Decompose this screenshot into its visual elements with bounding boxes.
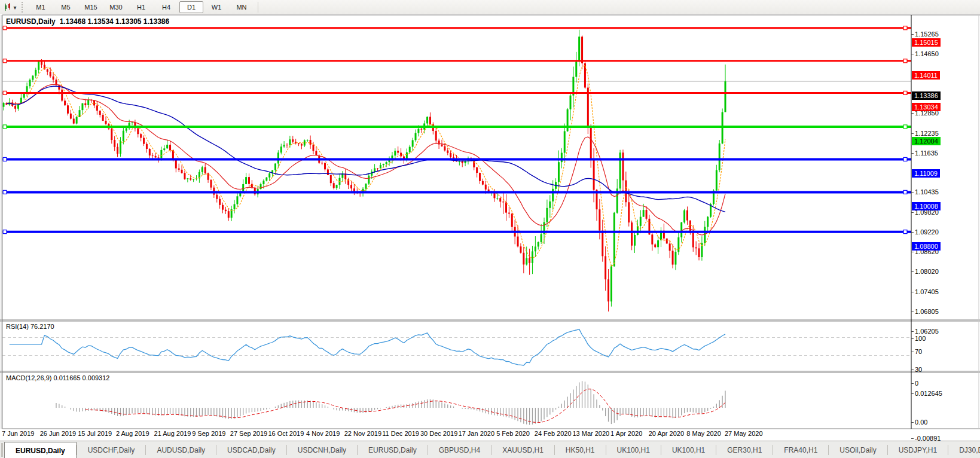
chart-tab-eurusd-daily[interactable]: EURUSD,Daily [358,441,428,458]
price-tick-mark [911,312,914,312]
chart-tab-gbpusd-h4[interactable]: GBPUSD,H4 [428,441,491,458]
timeframe-button-group: M1M5M15M30H1H4D1W1MN [28,1,254,13]
macd-tick-mark [911,422,914,423]
timeframe-button-w1[interactable]: W1 [204,1,228,13]
date-label: 1 Apr 2020 [610,430,642,437]
price-tick-mark [911,192,914,193]
price-tick-label: 1.12235 [915,130,939,138]
rsi-tick-mark [911,338,914,339]
chart-window-icon[interactable]: ▾ [1,1,19,13]
price-tick-mark [911,232,914,233]
chart-tab-audusd-daily[interactable]: AUDUSD,Daily [146,441,216,458]
line-handle[interactable] [3,125,7,129]
macd-tick-label: 0.00 [915,419,927,426]
chart-tab-usdcnh-daily[interactable]: USDCNH,Daily [287,441,357,458]
chart-tab-usoil-daily[interactable]: USOil,Daily [829,441,887,458]
price-tick-mark [911,113,914,114]
line-handle[interactable] [3,230,7,234]
date-label: 11 Dec 2019 [382,430,419,437]
rsi-tick-label: 100 [915,335,926,343]
date-label: 27 May 2020 [725,430,763,437]
price-tick-label: 1.09220 [915,228,939,236]
price-tick-mark [911,212,914,213]
price-tick-mark [911,133,914,134]
chart-tab-dj30-daily[interactable]: DJ30,Daily [948,441,980,458]
tab-list: EURUSD,DailyUSDCHF,DailyAUDUSD,DailyUSDC… [4,441,980,458]
line-handle[interactable] [903,230,907,234]
line-handle[interactable] [903,91,907,94]
chart-tab-eurusd-daily[interactable]: EURUSD,Daily [4,442,77,458]
date-label: 2 Aug 2019 [116,430,149,437]
line-handle[interactable] [3,157,7,161]
price-tick-mark [911,153,914,154]
chart-ohlc-values: 1.13468 1.13534 1.13305 1.13386 [60,17,170,26]
line-handle[interactable] [903,26,907,30]
timeframe-button-m15[interactable]: M15 [79,1,103,13]
chart-tab-xauusd-h1[interactable]: XAUUSD,H1 [491,441,554,458]
price-tick-mark [911,271,914,272]
price-tick-label: 1.14650 [915,50,939,58]
chart-tab-fra40-h1[interactable]: FRA40,H1 [773,441,828,458]
rsi-tick-mark [911,383,914,384]
date-label: 16 Oct 2019 [268,430,304,437]
price-level-label: 1.11009 [912,169,940,178]
mt4-application: ▾ M1M5M15M30H1H4D1W1MN EURUSD,Daily1.134… [0,0,980,458]
date-label: 8 May 2020 [686,430,721,437]
date-label: 17 Jan 2020 [459,430,495,437]
macd-title: MACD(12,26,9) 0.011665 0.009312 [6,374,109,381]
chart-tab-hk50-h1[interactable]: HK50,H1 [555,441,606,458]
timeframe-button-m30[interactable]: M30 [104,1,128,13]
rsi-tick-label: 30 [915,366,922,374]
date-label: 21 Aug 2019 [154,430,191,437]
price-tick-label: 1.06805 [915,308,939,316]
chart-tab-ger30-h1[interactable]: GER30,H1 [716,441,773,458]
line-handle[interactable] [3,91,7,94]
line-handle[interactable] [903,157,907,161]
chart-window: EURUSD,Daily1.13468 1.13534 1.13305 1.13… [0,14,980,441]
date-label: 30 Dec 2019 [420,430,457,437]
line-handle[interactable] [3,26,7,30]
date-label: 7 Jun 2019 [2,430,34,437]
chart-tab-usdchf-daily[interactable]: USDCHF,Daily [77,441,146,458]
macd-tick-label: 0.012645 [915,390,942,398]
price-level-label: 1.10008 [912,202,941,210]
date-label: 22 Nov 2019 [344,430,381,437]
timeframe-button-h1[interactable]: H1 [129,1,153,13]
price-tick-label: 1.11635 [915,149,938,157]
price-tick-mark [911,252,914,252]
chart-canvas [0,14,980,441]
price-level-label: 1.08800 [912,242,941,251]
line-handle[interactable] [3,59,7,63]
price-tick-label: 1.08020 [915,268,939,276]
macd-tick-mark [911,438,914,439]
timeframe-button-m5[interactable]: M5 [54,1,78,13]
tabbar-gripper [1,443,3,457]
price-tick-mark [911,34,914,35]
date-label: 15 Jul 2019 [78,430,112,437]
candlestick-glyph-icon [4,3,12,11]
price-tick-label: 1.10435 [915,188,939,196]
chart-tab-uk100-h1[interactable]: UK100,H1 [661,441,716,458]
timeframe-button-mn[interactable]: MN [230,1,254,13]
price-tick-label: 1.15265 [915,30,939,38]
timeframe-button-m1[interactable]: M1 [29,1,53,13]
line-handle[interactable] [903,190,907,194]
price-level-label: 1.15015 [912,38,941,47]
chart-tab-usdcad-daily[interactable]: USDCAD,Daily [216,441,286,458]
line-handle[interactable] [903,59,907,63]
price-tick-mark [911,54,914,54]
timeframe-button-d1[interactable]: D1 [179,1,203,13]
chart-tab-usdjpy-h1[interactable]: USDJPY,H1 [888,441,948,458]
timeframe-button-h4[interactable]: H4 [154,1,178,13]
macd-tick-mark [911,393,914,394]
line-handle[interactable] [903,125,907,129]
chart-tab-uk100-h1[interactable]: UK100,H1 [606,441,661,458]
chart-tab-bar: EURUSD,DailyUSDCHF,DailyAUDUSD,DailyUSDC… [0,441,980,458]
rsi-tick-label: 70 [915,348,922,356]
line-handle[interactable] [3,190,7,194]
date-label: 27 Sep 2019 [230,430,267,437]
price-level-label: 1.14011 [912,71,940,80]
date-label: 13 Mar 2020 [572,430,609,437]
rsi-tick-mark [911,352,914,352]
price-tick-mark [911,292,914,292]
